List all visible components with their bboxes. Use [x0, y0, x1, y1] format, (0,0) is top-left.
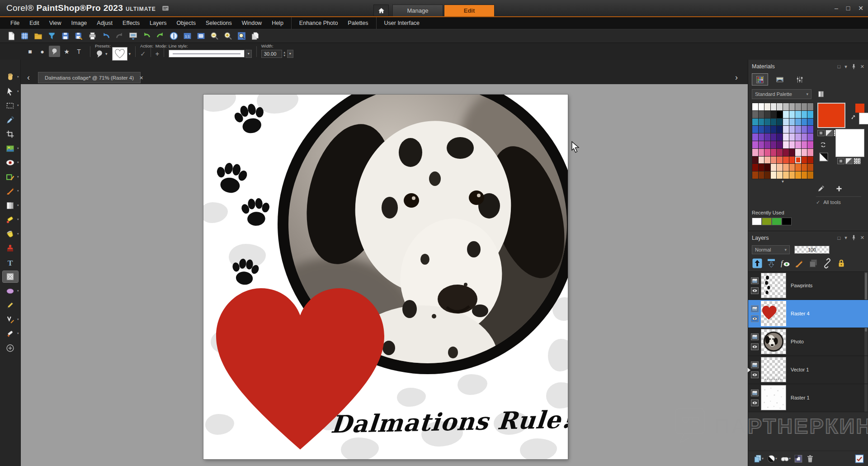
- Raster 4[interactable]: Raster 4: [748, 300, 868, 328]
- text-shape-button[interactable]: T: [73, 46, 85, 57]
- color-swatch[interactable]: [752, 111, 758, 118]
- apply-action-icon[interactable]: ✓: [140, 50, 146, 58]
- color-swatch[interactable]: [783, 111, 789, 118]
- color-swatch[interactable]: [777, 119, 783, 126]
- script-redo-icon[interactable]: [156, 31, 165, 41]
- color-swatch[interactable]: [789, 141, 795, 148]
- layers-bottom-icon[interactable]: [805, 454, 815, 464]
- actual-size-icon[interactable]: 1:1: [183, 31, 192, 41]
- edit-selection-icon[interactable]: [794, 258, 805, 269]
- frame-tab[interactable]: [772, 73, 788, 86]
- layer-thumbnail[interactable]: [761, 385, 786, 410]
- color-swatch[interactable]: [771, 141, 777, 148]
- foreground-color-swatch[interactable]: [817, 103, 845, 128]
- menu-help[interactable]: Help: [267, 17, 288, 29]
- swap-colors-icon[interactable]: [819, 141, 827, 149]
- color-swatch[interactable]: [771, 103, 777, 110]
- background-color-swatch[interactable]: [835, 129, 864, 157]
- messages-badge-icon[interactable]: [161, 5, 170, 12]
- color-swatch[interactable]: [777, 157, 783, 164]
- panel-menu-icon[interactable]: ▾: [844, 64, 847, 70]
- document-close-icon[interactable]: ✕: [139, 75, 143, 81]
- layer-thumbnail[interactable]: [761, 273, 786, 298]
- menu-adjust[interactable]: Adjust: [92, 17, 118, 29]
- color-swatch[interactable]: [783, 126, 789, 133]
- recent-color-swatch[interactable]: [762, 218, 772, 225]
- color-swatch[interactable]: [807, 164, 813, 171]
- color-swatch[interactable]: [777, 171, 783, 179]
- color-swatch[interactable]: [752, 157, 758, 164]
- pen-tool[interactable]: ▾: [3, 300, 18, 311]
- color-swatch[interactable]: [759, 164, 764, 171]
- color-swatch[interactable]: [764, 141, 770, 148]
- pin-panel-icon[interactable]: [851, 64, 856, 70]
- paint-brush-tool[interactable]: ▾: [3, 185, 18, 197]
- stroke-color-chip[interactable]: [855, 104, 864, 113]
- pick-tool[interactable]: ▾: [3, 86, 18, 97]
- palettes-toggle-icon[interactable]: [250, 31, 260, 41]
- color-swatch[interactable]: [789, 149, 795, 156]
- dropper-tool[interactable]: ▾: [3, 114, 18, 126]
- save-as-icon[interactable]: [74, 31, 84, 41]
- color-swatch[interactable]: [752, 171, 758, 179]
- canvas-workspace[interactable]: Dalmations Rule!: [21, 84, 748, 466]
- opacity-input[interactable]: 100: [794, 246, 830, 254]
- color-swatch[interactable]: [777, 164, 783, 171]
- minimize-button[interactable]: –: [835, 5, 838, 12]
- color-swatch[interactable]: [759, 141, 764, 148]
- color-swatch[interactable]: [802, 133, 807, 141]
- zoom-tool-icon[interactable]: [237, 31, 246, 41]
- color-swatch[interactable]: [802, 111, 807, 118]
- Pawprints[interactable]: Pawprints: [748, 272, 868, 300]
- menu-window[interactable]: Window: [237, 17, 267, 29]
- all-tools-checkbox[interactable]: ✓: [816, 200, 820, 205]
- color-swatch[interactable]: [795, 126, 801, 133]
- color-swatch[interactable]: [802, 119, 807, 126]
- color-swatch[interactable]: [777, 103, 783, 110]
- layer-visibility-icon[interactable]: [751, 371, 759, 378]
- color-swatch[interactable]: [789, 157, 795, 164]
- menu-image[interactable]: Image: [66, 17, 92, 29]
- reset-black-white-icon[interactable]: [818, 152, 829, 162]
- menu-file[interactable]: File: [5, 17, 24, 29]
- swatch-scroll-down-icon[interactable]: ▼: [752, 180, 814, 184]
- color-swatch[interactable]: [759, 103, 764, 110]
- color-swatch[interactable]: [795, 164, 801, 171]
- scan-acquire-icon[interactable]: [47, 31, 57, 41]
- print-icon[interactable]: [88, 31, 97, 41]
- image-canvas[interactable]: Dalmations Rule!: [203, 95, 568, 459]
- swatches-tab[interactable]: [752, 73, 768, 86]
- color-swatch[interactable]: [764, 103, 770, 110]
- link-layers-icon[interactable]: [822, 258, 833, 269]
- zoom-out-icon[interactable]: [210, 31, 219, 41]
- color-swatch[interactable]: [777, 111, 783, 118]
- color-swatch[interactable]: [783, 157, 789, 164]
- mode-add-icon[interactable]: +: [156, 50, 159, 57]
- layers-bottom-icon[interactable]: [793, 454, 803, 464]
- color-swatch[interactable]: [795, 141, 801, 148]
- red-eye-tool[interactable]: ▾: [3, 157, 18, 168]
- browse-icon[interactable]: [20, 31, 29, 41]
- new-mask-layer-icon[interactable]: [766, 258, 777, 269]
- fg-color-button[interactable]: [817, 130, 825, 136]
- layer-visibility-icon[interactable]: [751, 287, 759, 294]
- color-swatch[interactable]: [807, 149, 813, 156]
- color-swatch[interactable]: [795, 133, 801, 141]
- color-swatch[interactable]: [802, 149, 807, 156]
- color-swatch[interactable]: [777, 126, 783, 133]
- menu-enhance-photo[interactable]: Enhance Photo: [291, 17, 343, 29]
- width-slider-arrow[interactable]: ▾: [287, 50, 293, 58]
- layer-thumbnail[interactable]: [761, 357, 786, 382]
- color-swatch[interactable]: [759, 126, 764, 133]
- document-tab[interactable]: Dalmatians collage* @ 71% (Raster 4): [38, 72, 141, 83]
- pan-tool[interactable]: ▾: [3, 71, 18, 83]
- menu-palettes[interactable]: Palettes: [343, 17, 373, 29]
- close-panel-icon[interactable]: ✕: [860, 64, 864, 70]
- layer-styles-icon[interactable]: f: [780, 258, 791, 269]
- screen-capture-icon[interactable]: [128, 31, 138, 41]
- width-input[interactable]: 30.00: [261, 50, 282, 58]
- color-swatch[interactable]: [789, 171, 795, 179]
- color-swatch[interactable]: [777, 133, 783, 141]
- recent-color-swatch[interactable]: [772, 218, 782, 225]
- color-swatch[interactable]: [752, 133, 758, 141]
